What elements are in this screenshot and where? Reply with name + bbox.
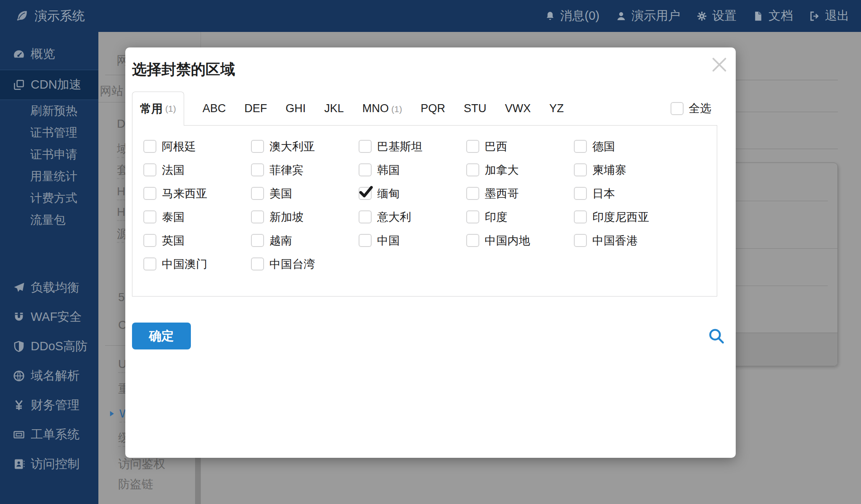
sidebar-item-tickets[interactable]: 工单系统 (0, 420, 98, 449)
region-item[interactable]: 德国 (574, 140, 681, 153)
region-item[interactable]: 新加坡 (251, 210, 359, 223)
close-icon[interactable] (710, 55, 729, 74)
region-checkbox[interactable] (574, 163, 587, 176)
select-all-checkbox[interactable] (671, 102, 684, 115)
search-icon[interactable] (707, 327, 726, 345)
topbar-item-settings[interactable]: 设置 (696, 8, 737, 24)
sidebar-item-billing-mode[interactable]: 计费方式 (0, 187, 98, 209)
sidebar-item-load-balance[interactable]: 负载均衡 (0, 273, 98, 302)
region-item[interactable]: 印度尼西亚 (574, 210, 681, 223)
region-item[interactable]: 泰国 (143, 210, 251, 223)
bg-menu-fragment: D (117, 117, 125, 131)
tab-ghi[interactable]: GHI (285, 102, 306, 115)
region-item[interactable]: 法国 (143, 163, 251, 176)
region-item[interactable]: 菲律宾 (251, 163, 359, 176)
tab-yz[interactable]: YZ (549, 102, 564, 115)
sidebar-item-access-control[interactable]: 访问控制 (0, 449, 98, 479)
sidebar-item-waf[interactable]: WAF安全 (0, 302, 98, 332)
topbar-item-user[interactable]: 演示用户 (615, 8, 680, 24)
tab-jkl[interactable]: JKL (324, 102, 344, 115)
region-item[interactable]: 韩国 (359, 163, 466, 176)
tab-common[interactable]: 常用(1) (132, 92, 184, 126)
region-checkbox[interactable] (251, 163, 264, 176)
region-checkbox[interactable] (251, 257, 264, 270)
tab-abc[interactable]: ABC (203, 102, 226, 115)
region-checkbox[interactable] (466, 140, 479, 153)
region-checkbox[interactable] (466, 210, 479, 223)
region-item[interactable]: 英国 (143, 234, 251, 247)
region-checkbox[interactable] (574, 140, 587, 153)
region-checkbox-checked[interactable] (359, 187, 372, 200)
region-label: 缅甸 (377, 186, 400, 201)
region-label: 中国香港 (592, 233, 638, 248)
region-item[interactable]: 柬埔寨 (574, 163, 681, 176)
sidebar-item-cdn[interactable]: CDN加速 (0, 70, 98, 100)
topbar-item-messages[interactable]: 消息(0) (544, 8, 600, 24)
sidebar-item-dns[interactable]: 域名解析 (0, 361, 98, 391)
region-checkbox[interactable] (143, 210, 156, 223)
region-checkbox[interactable] (251, 140, 264, 153)
tab-count-badge: (1) (391, 104, 402, 114)
region-checkbox[interactable] (574, 234, 587, 247)
region-item[interactable]: 墨西哥 (466, 187, 574, 200)
region-item[interactable]: 中国内地 (466, 234, 574, 247)
region-checkbox[interactable] (143, 140, 156, 153)
region-checkbox[interactable] (143, 163, 156, 176)
tab-vwx[interactable]: VWX (505, 102, 531, 115)
sidebar-item-cert-apply[interactable]: 证书申请 (0, 144, 98, 165)
region-item[interactable]: 日本 (574, 187, 681, 200)
tab-stu[interactable]: STU (464, 102, 486, 115)
region-label: 中国 (377, 233, 400, 248)
region-checkbox[interactable] (359, 210, 372, 223)
region-item[interactable]: 中国澳门 (143, 257, 251, 270)
sidebar-item-finance[interactable]: 财务管理 (0, 391, 98, 420)
region-checkbox[interactable] (251, 187, 264, 200)
region-checkbox[interactable] (574, 187, 587, 200)
region-checkbox[interactable] (143, 257, 156, 270)
region-item[interactable]: 中国香港 (574, 234, 681, 247)
region-item[interactable]: 巴基斯坦 (359, 140, 466, 153)
region-checkbox[interactable] (359, 140, 372, 153)
region-checkbox[interactable] (466, 234, 479, 247)
region-item[interactable]: 澳大利亚 (251, 140, 359, 153)
region-item[interactable]: 加拿大 (466, 163, 574, 176)
sidebar-item-label: 证书申请 (30, 147, 77, 163)
region-label: 法国 (162, 163, 185, 178)
tab-def[interactable]: DEF (244, 102, 267, 115)
topbar-item-docs[interactable]: 文档 (753, 8, 793, 24)
region-checkbox[interactable] (359, 234, 372, 247)
brand[interactable]: 演示系统 (15, 8, 85, 25)
region-item[interactable]: 印度 (466, 210, 574, 223)
user-icon (615, 10, 627, 22)
region-item[interactable]: 越南 (251, 234, 359, 247)
confirm-button[interactable]: 确定 (132, 323, 191, 349)
region-checkbox[interactable] (359, 163, 372, 176)
region-item[interactable]: 中国 (359, 234, 466, 247)
region-item[interactable]: 阿根廷 (143, 140, 251, 153)
region-checkbox[interactable] (143, 234, 156, 247)
sidebar-item-overview[interactable]: 概览 (0, 39, 98, 69)
region-item[interactable]: 美国 (251, 187, 359, 200)
region-checkbox[interactable] (143, 187, 156, 200)
region-item[interactable]: 缅甸 (359, 187, 466, 200)
sidebar-item-refresh-preheat[interactable]: 刷新预热 (0, 100, 98, 122)
sidebar-item-traffic-pack[interactable]: 流量包 (0, 209, 98, 231)
topbar-item-logout[interactable]: 退出 (809, 8, 849, 24)
region-item[interactable]: 马来西亚 (143, 187, 251, 200)
region-item[interactable]: 中国台湾 (251, 257, 359, 270)
sidebar-item-usage-stats[interactable]: 用量统计 (0, 165, 98, 187)
region-item[interactable]: 巴西 (466, 140, 574, 153)
region-checkbox[interactable] (466, 163, 479, 176)
sidebar-item-ddos[interactable]: DDoS高防 (0, 332, 98, 361)
tab-pqr[interactable]: PQR (420, 102, 445, 115)
region-checkbox[interactable] (574, 210, 587, 223)
select-all[interactable]: 全选 (671, 101, 717, 116)
region-checkbox[interactable] (251, 210, 264, 223)
sidebar-item-label: 负载均衡 (31, 279, 79, 296)
region-checkbox[interactable] (466, 187, 479, 200)
tab-mno[interactable]: MNO(1) (362, 102, 402, 115)
region-checkbox[interactable] (251, 234, 264, 247)
region-item[interactable]: 意大利 (359, 210, 466, 223)
signout-icon (809, 10, 820, 22)
sidebar-item-cert-manage[interactable]: 证书管理 (0, 122, 98, 144)
